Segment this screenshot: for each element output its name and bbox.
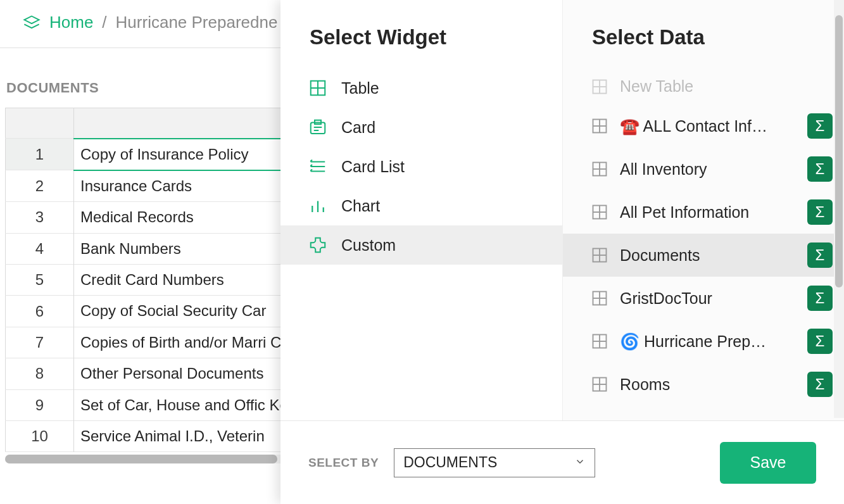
data-option-new-table: New Table (563, 68, 844, 104)
data-option-all-contact-inf[interactable]: ☎️ ALL Contact Inf…Σ (563, 104, 844, 148)
widget-option-custom[interactable]: Custom (280, 225, 562, 265)
sigma-button[interactable]: Σ (807, 372, 833, 397)
chart-icon (308, 196, 327, 215)
row-number[interactable]: 9 (6, 389, 74, 420)
save-button[interactable]: Save (720, 442, 816, 484)
select-data-title: Select Data (563, 0, 844, 68)
table-icon (591, 160, 608, 178)
breadcrumb-current: Hurricane Preparedne (116, 13, 278, 32)
table-icon (591, 289, 608, 307)
data-option-label: Documents (620, 246, 796, 265)
data-option-hurricane-prep[interactable]: 🌀 Hurricane Prep…Σ (563, 320, 844, 363)
table-icon (591, 117, 608, 135)
chevron-down-icon (574, 454, 586, 471)
data-option-label: All Inventory (620, 160, 796, 179)
data-option-rooms[interactable]: RoomsΣ (563, 363, 844, 406)
layers-icon (23, 14, 41, 32)
row-number[interactable]: 2 (6, 170, 74, 202)
sigma-button[interactable]: Σ (807, 113, 833, 139)
row-number[interactable]: 1 (6, 139, 74, 170)
select-by-label: SELECT BY (308, 456, 379, 470)
vertical-scrollbar[interactable] (834, 0, 844, 418)
data-option-label: New Table (620, 77, 833, 96)
widget-option-label: Table (341, 79, 379, 98)
widget-option-label: Card (341, 118, 375, 137)
sigma-button[interactable]: Σ (807, 329, 833, 354)
card-icon (308, 118, 327, 137)
table-icon (591, 375, 608, 393)
select-by-value: DOCUMENTS (403, 454, 497, 471)
sigma-button[interactable]: Σ (807, 286, 833, 311)
widget-option-table[interactable]: Table (280, 68, 562, 108)
sigma-button[interactable]: Σ (807, 156, 833, 182)
vertical-scrollbar-thumb[interactable] (835, 15, 843, 287)
data-option-label: Rooms (620, 375, 796, 394)
row-number[interactable]: 6 (6, 296, 74, 327)
table-icon (591, 78, 608, 96)
select-data-panel: Select Data New Table☎️ ALL Contact Inf…… (563, 0, 844, 420)
widget-option-label: Custom (341, 236, 396, 255)
row-number[interactable]: 10 (6, 421, 74, 452)
row-number[interactable]: 5 (6, 265, 74, 296)
table-icon (591, 203, 608, 221)
data-option-gristdoctour[interactable]: GristDocTourΣ (563, 277, 844, 320)
widget-option-chart[interactable]: Chart (280, 186, 562, 225)
row-number[interactable]: 4 (6, 233, 74, 264)
sigma-button[interactable]: Σ (807, 199, 833, 225)
row-number[interactable]: 8 (6, 358, 74, 389)
data-option-label: ☎️ ALL Contact Inf… (620, 117, 796, 135)
widget-option-label: Chart (341, 197, 380, 215)
select-widget-title: Select Widget (280, 0, 562, 68)
scrollbar-thumb[interactable] (5, 455, 277, 463)
custom-icon (308, 236, 327, 255)
widget-option-card-list[interactable]: Card List (280, 147, 562, 186)
cardlist-icon (308, 157, 327, 176)
data-option-label: 🌀 Hurricane Prep… (620, 332, 796, 351)
table-icon (308, 79, 327, 98)
select-widget-panel: Select Widget TableCardCard ListChartCus… (280, 0, 563, 420)
widget-option-label: Card List (341, 158, 405, 176)
data-option-all-inventory[interactable]: All InventoryΣ (563, 148, 844, 191)
row-number[interactable]: 3 (6, 202, 74, 233)
select-by-dropdown[interactable]: DOCUMENTS (394, 448, 595, 477)
table-icon (591, 246, 608, 264)
widget-picker-modal: Select Widget TableCardCard ListChartCus… (280, 0, 844, 504)
widget-option-card[interactable]: Card (280, 108, 562, 147)
breadcrumb-home[interactable]: Home (49, 13, 93, 32)
breadcrumb-separator: / (102, 13, 106, 32)
data-option-documents[interactable]: DocumentsΣ (563, 234, 844, 277)
data-option-label: GristDocTour (620, 289, 796, 308)
table-icon (591, 332, 608, 350)
data-option-all-pet-information[interactable]: All Pet InformationΣ (563, 191, 844, 234)
svg-marker-0 (24, 16, 39, 23)
modal-footer: SELECT BY DOCUMENTS Save (280, 420, 844, 504)
sigma-button[interactable]: Σ (807, 243, 833, 268)
data-option-label: All Pet Information (620, 203, 796, 222)
row-header-empty (6, 108, 74, 139)
row-number[interactable]: 7 (6, 327, 74, 358)
